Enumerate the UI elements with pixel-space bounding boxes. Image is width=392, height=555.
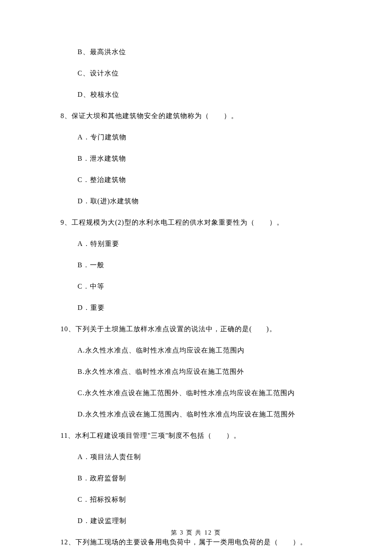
- q11-option-b: B．政府监督制: [61, 473, 332, 483]
- q8-stem: 8、保证大坝和其他建筑物安全的建筑物称为（ ）。: [61, 111, 332, 121]
- q8-option-c: C．整治建筑物: [61, 175, 332, 185]
- q8-option-a: A．专门建筑物: [61, 132, 332, 142]
- q10-option-d: D.永久性水准点设在施工范围内、临时性水准点均应设在施工范围外: [61, 409, 332, 419]
- q7-option-c: C、设计水位: [61, 68, 332, 78]
- q10-stem: 10、下列关于土坝施工放样水准点设置的说法中，正确的是( )。: [61, 324, 332, 334]
- page-footer: 第 3 页 共 12 页: [0, 528, 392, 537]
- q11-option-a: A．项目法人责任制: [61, 452, 332, 462]
- q9-stem: 9、工程规模为大(2)型的水利水电工程的供水对象重要性为（ ）。: [61, 217, 332, 228]
- q8-option-d: D．取(进)水建筑物: [61, 196, 332, 206]
- q10-option-b: B.永久性水准点、临时性水准点均应设在施工范围外: [61, 367, 332, 377]
- q9-option-d: D．重要: [61, 303, 332, 313]
- exam-page: B、最高洪水位 C、设计水位 D、校核水位 8、保证大坝和其他建筑物安全的建筑物…: [0, 0, 392, 555]
- q11-option-c: C．招标投标制: [61, 494, 332, 505]
- q9-option-b: B．一般: [61, 260, 332, 270]
- q9-option-c: C．中等: [61, 281, 332, 292]
- q7-option-b: B、最高洪水位: [61, 47, 332, 57]
- q11-option-d: D．建设监理制: [61, 516, 332, 526]
- q9-option-a: A．特别重要: [61, 239, 332, 249]
- q12-stem: 12、下列施工现场的主要设备用电负荷中，属于一类用电负荷的是（ ）。: [61, 537, 332, 547]
- q10-option-c: C.永久性水准点设在施工范围外、临时性水准点均应设在施工范围内: [61, 388, 332, 398]
- q7-option-d: D、校核水位: [61, 90, 332, 100]
- q8-option-b: B．泄水建筑物: [61, 153, 332, 164]
- q10-option-a: A.永久性水准点、临时性水准点均应设在施工范围内: [61, 345, 332, 356]
- q11-stem: 11、水利工程建设项目管理"三项"制度不包括（ ）。: [61, 431, 332, 441]
